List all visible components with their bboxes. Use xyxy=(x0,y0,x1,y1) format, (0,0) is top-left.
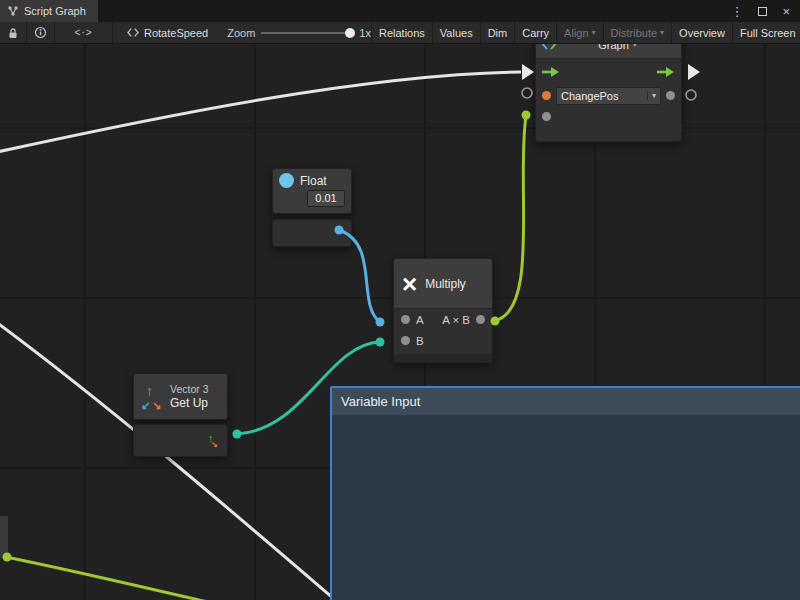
node-footer xyxy=(394,354,492,362)
vector-port-icon: ↑ ↘ xyxy=(205,433,219,449)
input-port-a[interactable] xyxy=(401,315,410,324)
code-icon: <·> xyxy=(74,27,92,38)
tab-bar: Script Graph ⋮ × xyxy=(0,0,800,22)
lock-icon xyxy=(7,27,19,39)
port-label-b: B xyxy=(416,335,424,347)
lock-button[interactable] xyxy=(0,22,27,43)
graph-asset-icon xyxy=(127,27,139,38)
script-graph-icon xyxy=(542,44,556,50)
zoom-label: Zoom xyxy=(227,27,255,39)
node-float[interactable]: Float 0.01 xyxy=(272,168,352,247)
close-icon[interactable]: × xyxy=(782,5,790,18)
vector-output-port-strip[interactable]: ↑ ↘ xyxy=(133,424,228,457)
node-title: Graph xyxy=(598,44,629,51)
toolbar: <·> RotateSpeed Zoom 1x Relations Values… xyxy=(0,22,800,44)
zoom-slider[interactable] xyxy=(261,32,353,34)
partial-node[interactable] xyxy=(0,515,9,559)
group-body xyxy=(332,415,800,600)
flow-in-arrow-icon[interactable] xyxy=(542,66,560,78)
window-controls: ⋮ × xyxy=(730,0,800,22)
port-label-output: A × B xyxy=(442,314,470,326)
node-graph[interactable]: Graph ▾ ChangePos ▾ xyxy=(535,44,682,142)
graph-canvas[interactable]: Variable Input Graph ▾ xyxy=(0,44,800,600)
relations-button[interactable]: Relations xyxy=(371,22,432,43)
chevron-down-icon: ▾ xyxy=(647,91,656,100)
code-toggle-button[interactable]: <·> xyxy=(55,22,113,43)
tab-title: Script Graph xyxy=(24,5,86,17)
input-port-b[interactable] xyxy=(401,336,410,345)
port-label-a: A xyxy=(416,314,424,326)
flow-out-arrow-icon[interactable] xyxy=(657,66,675,78)
value-port[interactable] xyxy=(666,91,675,100)
float-type-icon xyxy=(279,173,294,188)
zoom-knob[interactable] xyxy=(345,28,355,38)
zoom-value: 1x xyxy=(359,27,371,39)
values-button[interactable]: Values xyxy=(432,22,480,43)
zoom-control: Zoom 1x xyxy=(215,27,371,39)
float-output-port-strip[interactable] xyxy=(272,219,352,247)
info-icon xyxy=(34,26,47,39)
chevron-down-icon: ▾ xyxy=(660,28,664,37)
maximize-icon[interactable] xyxy=(758,7,767,16)
group-title-bar[interactable]: Variable Input xyxy=(332,388,800,415)
node-title: Float xyxy=(300,174,327,188)
carry-button[interactable]: Carry xyxy=(514,22,556,43)
variable-input-group[interactable]: Variable Input xyxy=(330,386,800,600)
node-title: Vector 3 xyxy=(170,383,209,396)
distribute-button[interactable]: Distribute ▾ xyxy=(603,22,671,43)
full-screen-button[interactable]: Full Screen xyxy=(732,22,800,43)
menu-icon[interactable]: ⋮ xyxy=(730,5,743,18)
node-title: Multiply xyxy=(425,277,466,291)
dim-button[interactable]: Dim xyxy=(480,22,515,43)
changepos-dropdown[interactable]: ChangePos ▾ xyxy=(556,87,661,105)
graph-icon xyxy=(7,5,19,17)
float-value-field[interactable]: 0.01 xyxy=(307,190,345,207)
graph-breadcrumb[interactable]: RotateSpeed xyxy=(113,22,215,43)
input-port[interactable] xyxy=(542,112,551,121)
script-graph-window: Script Graph ⋮ × <·> xyxy=(0,0,800,600)
vector3-icon: ↑ ↙ ↘ xyxy=(141,382,163,412)
info-button[interactable] xyxy=(27,22,55,43)
overview-button[interactable]: Overview xyxy=(671,22,732,43)
graph-name-label: RotateSpeed xyxy=(144,27,208,39)
chevron-down-icon: ▾ xyxy=(592,28,596,37)
node-multiply[interactable]: × Multiply A A × B B xyxy=(393,258,493,363)
dropdown-value: ChangePos xyxy=(561,90,643,102)
node-subtitle: Get Up xyxy=(170,396,209,410)
group-title: Variable Input xyxy=(341,394,420,409)
node-vector3-get-up[interactable]: ↑ ↙ ↘ Vector 3 Get Up ↑ ↘ xyxy=(133,373,228,457)
output-port[interactable] xyxy=(476,315,485,324)
tab-script-graph[interactable]: Script Graph xyxy=(0,0,98,22)
multiply-icon: × xyxy=(402,271,417,297)
align-button[interactable]: Align ▾ xyxy=(556,22,602,43)
chevron-down-icon: ▾ xyxy=(633,44,637,49)
variable-port[interactable] xyxy=(542,91,551,100)
